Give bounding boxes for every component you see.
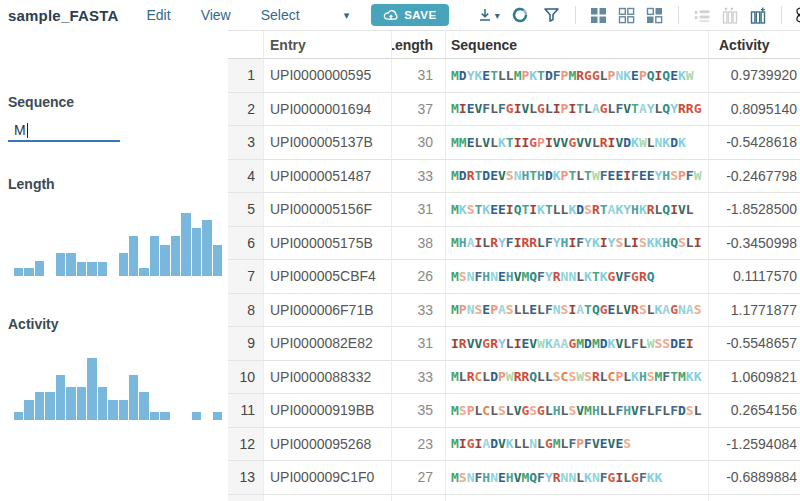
cell-activity[interactable]: -0.5548657 <box>709 327 800 361</box>
row-index-cell[interactable]: 12 <box>228 428 264 462</box>
row-index-cell[interactable]: 4 <box>228 160 264 194</box>
table-row[interactable]: 10UPI000008833233MLRCLDPWRRQLLSCSWSRLCPL… <box>228 361 800 395</box>
cell-activity[interactable]: 0.9739920 <box>709 59 800 93</box>
refresh-icon[interactable] <box>508 3 532 27</box>
cell-activity[interactable]: 1.0609821 <box>709 361 800 395</box>
table-row-partial[interactable] <box>228 495 800 501</box>
row-index-cell[interactable]: 1 <box>228 59 264 93</box>
cell-activity[interactable]: -1.8528500 <box>709 193 800 227</box>
cell-sequence[interactable]: MIEVFLFGIVLGLIPITLAGLFVTAYLQYRRG <box>446 93 709 127</box>
table-row[interactable]: 11UPI00000919BB35MSPLCLSLVGSGLHLSVMHLLFH… <box>228 394 800 428</box>
row-index-cell[interactable]: 9 <box>228 327 264 361</box>
cell-sequence[interactable]: MHAILRYFIRRLFYHIFYKIYSLISKKHQSLI <box>446 227 709 261</box>
cell-sequence[interactable]: MKSTKEEIQTIKTLLKDSRTAKYHKRLQIVL <box>446 193 709 227</box>
cell-sequence[interactable]: MSPLCLSLVGSGLHLSVMHLLFHVFLFLFDSL <box>446 394 709 428</box>
cell-entry[interactable]: UPI0000095268 <box>264 428 392 462</box>
cell-entry[interactable]: UPI00000919BB <box>264 394 392 428</box>
cell-activity[interactable]: -0.6889884 <box>709 461 800 495</box>
add-column-icon[interactable] <box>746 3 770 27</box>
table-row[interactable]: 1UPI000000059531MDYKETLLMPKTDFPMRGGLPNKE… <box>228 59 800 93</box>
activity-histogram[interactable] <box>14 352 222 420</box>
cell-length[interactable]: 26 <box>392 260 446 294</box>
menu-edit[interactable]: Edit <box>147 7 171 23</box>
cell-sequence[interactable]: MDYKETLLMPKTDFPMRGGLPNKEPQIQEKW <box>446 59 709 93</box>
row-index-cell[interactable]: 8 <box>228 294 264 328</box>
invert-selection-icon[interactable] <box>643 3 667 27</box>
download-icon[interactable] <box>473 3 497 27</box>
table-row[interactable]: 8UPI000006F71B33MPNSEPASLLELFNSIATQGELVR… <box>228 294 800 328</box>
cell-sequence[interactable]: MDRTDEVSNHTHDKPTLTWFEEIFEEYHSPFW <box>446 160 709 194</box>
table-row[interactable]: 6UPI000005175B38MHAILRYFIRRLFYHIFYKIYSLI… <box>228 227 800 261</box>
cell-entry[interactable]: UPI000006F71B <box>264 294 392 328</box>
table-row[interactable]: 5UPI000005156F31MKSTKEEIQTIKTLLKDSRTAKYH… <box>228 193 800 227</box>
cell-length[interactable]: 33 <box>392 361 446 395</box>
menu-view[interactable]: View <box>201 7 231 23</box>
header-length[interactable]: Length <box>392 31 446 59</box>
cell-activity[interactable]: 0.8095140 <box>709 93 800 127</box>
row-index-cell[interactable]: 13 <box>228 461 264 495</box>
cell-activity[interactable]: 0.1117570 <box>709 260 800 294</box>
cell-activity[interactable]: -0.5428618 <box>709 126 800 160</box>
cell-length[interactable]: 38 <box>392 227 446 261</box>
filter-icon[interactable] <box>540 3 564 27</box>
cell-sequence[interactable]: MMELVLKTIIGPIVVGVVLRIVDKWLNKDK <box>446 126 709 160</box>
cell-activity[interactable]: 0.2654156 <box>709 394 800 428</box>
cell-entry[interactable]: UPI0000088332 <box>264 361 392 395</box>
cell-entry[interactable]: UPI000005175B <box>264 227 392 261</box>
cell-length[interactable]: 33 <box>392 160 446 194</box>
row-index-cell[interactable]: 6 <box>228 227 264 261</box>
cell-length[interactable]: 30 <box>392 126 446 160</box>
cell-length[interactable]: 35 <box>392 394 446 428</box>
cell-entry[interactable]: UPI0000001694 <box>264 93 392 127</box>
cell-entry[interactable]: UPI000005CBF4 <box>264 260 392 294</box>
row-index-cell[interactable]: 7 <box>228 260 264 294</box>
save-button[interactable]: SAVE <box>371 4 448 26</box>
table-row[interactable]: 4UPI000005148733MDRTDEVSNHTHDKPTLTWFEEIF… <box>228 160 800 194</box>
cell-length[interactable]: 23 <box>392 428 446 462</box>
header-entry[interactable]: Entry <box>264 31 392 59</box>
table-row[interactable]: 9UPI0000082E8231IRVVGRYLIEVWKAAGMDMDKVLF… <box>228 327 800 361</box>
table-row[interactable]: 13UPI000009C1F027MSNFHNEHVMQFYRNNLKNFGIL… <box>228 461 800 495</box>
table-row[interactable]: 2UPI000000169437MIEVFLFGIVLGLIPITLAGLFVT… <box>228 93 800 127</box>
header-sequence[interactable]: Sequence <box>446 31 709 59</box>
cell-sequence[interactable]: MPNSEPASLLELFNSIATQGELVRSLKAGNAS <box>446 294 709 328</box>
cell-entry[interactable]: UPI000009C1F0 <box>264 461 392 495</box>
cell-entry[interactable]: UPI000005156F <box>264 193 392 227</box>
cell-entry[interactable]: UPI000005137B <box>264 126 392 160</box>
row-index-cell[interactable]: 5 <box>228 193 264 227</box>
length-histogram[interactable] <box>14 212 222 276</box>
download-caret-icon[interactable]: ▾ <box>495 10 500 21</box>
cell-length[interactable]: 33 <box>392 294 446 328</box>
cell-length[interactable]: 31 <box>392 193 446 227</box>
table-row[interactable]: 3UPI000005137B30MMELVLKTIIGPIVVGVVLRIVDK… <box>228 126 800 160</box>
cell-entry[interactable]: UPI0000051487 <box>264 160 392 194</box>
cell-length[interactable]: 31 <box>392 59 446 93</box>
select-all-icon[interactable] <box>587 3 611 27</box>
row-index-cell[interactable]: 10 <box>228 361 264 395</box>
cell-activity[interactable]: 1.1771877 <box>709 294 800 328</box>
ai-assistant-icon[interactable]: AI <box>793 3 800 27</box>
sequence-filter-input[interactable]: M <box>8 118 120 142</box>
select-none-icon[interactable] <box>615 3 639 27</box>
cell-activity[interactable]: -1.2594084 <box>709 428 800 462</box>
row-index-cell[interactable]: 3 <box>228 126 264 160</box>
cell-length[interactable]: 37 <box>392 93 446 127</box>
table-row[interactable]: 7UPI000005CBF426MSNFHNEHVMQFYRNNLKTKGVFG… <box>228 260 800 294</box>
row-index-cell[interactable]: 2 <box>228 93 264 127</box>
cell-entry[interactable]: UPI0000082E82 <box>264 327 392 361</box>
chevron-down-icon[interactable]: ▾ <box>344 9 350 22</box>
menu-select[interactable]: Select <box>261 7 300 23</box>
cell-entry[interactable]: UPI0000000595 <box>264 59 392 93</box>
table-row[interactable]: 12UPI000009526823MIGIADVKLLNLGMLFPFVEVES… <box>228 428 800 462</box>
cell-length[interactable]: 31 <box>392 327 446 361</box>
cell-sequence[interactable]: IRVVGRYLIEVWKAAGMDMDKVLFLWSSDEI <box>446 327 709 361</box>
cell-sequence[interactable]: MSNFHNEHVMQFYRNNLKTKGVFGRQ <box>446 260 709 294</box>
row-index-cell[interactable]: 11 <box>228 394 264 428</box>
cell-length[interactable]: 27 <box>392 461 446 495</box>
cell-sequence[interactable]: MLRCLDPWRRQLLSCSWSRLCPLKHSMFTMKK <box>446 361 709 395</box>
cell-activity[interactable]: -0.3450998 <box>709 227 800 261</box>
cell-sequence[interactable]: MSNFHNEHVMQFYRNNLKNFGILGFKK <box>446 461 709 495</box>
cell-sequence[interactable]: MIGIADVKLLNLGMLFPFVEVES <box>446 428 709 462</box>
cell-activity[interactable]: -0.2467798 <box>709 160 800 194</box>
header-activity[interactable]: Activity <box>709 31 800 59</box>
